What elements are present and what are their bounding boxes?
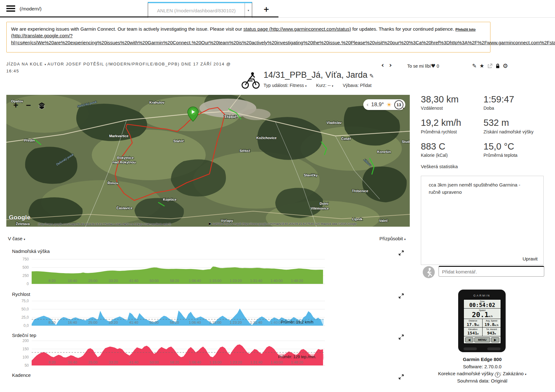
activity-type-dropdown[interactable]: JÍZDA NA KOLE <box>6 62 43 66</box>
new-tab-button[interactable]: + <box>263 5 269 13</box>
prev-activity-icon[interactable]: ‹ <box>381 61 384 69</box>
svg-text:50:00: 50:00 <box>150 321 159 324</box>
activity-title-row: 14/31_PPB_Já, Víťa, Jarda✎ <box>264 70 374 80</box>
edit-pencil-icon[interactable]: ✎ <box>472 63 477 69</box>
expand-icon[interactable] <box>399 374 404 379</box>
activity-title: 14/31_PPB_Já, Víťa, Jarda <box>264 70 367 80</box>
activity-actions: ✎ ★ ⚙ <box>472 62 508 69</box>
svg-text:Průměr: 129 tep./min.: Průměr: 129 tep./min. <box>278 355 316 359</box>
svg-text:41:40: 41:40 <box>129 360 138 364</box>
translate-link[interactable]: Přeložit toto <box>455 28 476 31</box>
elevation-chart-title: Nadmořská výška <box>12 248 50 254</box>
expand-icon[interactable] <box>399 293 404 298</box>
google-logo[interactable]: Google <box>9 214 30 221</box>
chevron-down-icon[interactable]: ▾ <box>332 84 334 88</box>
cycling-icon <box>241 71 260 89</box>
status-page-link[interactable]: status page (http://www.garminconnect.co… <box>243 26 351 32</box>
map-label: Valeč <box>379 219 388 223</box>
chevron-down-icon[interactable]: ▾ <box>305 84 307 88</box>
svg-text:25,0: 25,0 <box>22 315 29 320</box>
map-label: Střítež <box>240 149 250 153</box>
weather-badge[interactable]: 13▾ <box>394 100 403 109</box>
svg-text:41:40: 41:40 <box>129 279 138 283</box>
elevation-chart[interactable]: 02505007508:2016:4025:0033:2041:4050:005… <box>7 257 327 288</box>
svg-text:1:23:20: 1:23:20 <box>230 321 242 324</box>
banner-text: We are experiencing issues with Garmin C… <box>11 26 243 32</box>
heart-icon[interactable]: ♥ <box>431 63 435 69</box>
share-icon[interactable] <box>487 63 493 69</box>
next-activity-icon[interactable]: › <box>389 61 392 69</box>
modern-link[interactable]: (/modern/) <box>20 6 41 11</box>
favorite-star-icon[interactable]: ★ <box>479 63 484 69</box>
map-layers-icon[interactable] <box>38 102 46 109</box>
map-label: Lipník <box>352 217 363 221</box>
map-label: Rokytnice <box>117 156 134 160</box>
map-zoom-out-button[interactable]: − <box>26 101 31 110</box>
help-icon[interactable]: ? <box>495 372 500 377</box>
svg-text:50:00: 50:00 <box>150 360 159 364</box>
tab-dropdown-icon[interactable]: ▾ <box>245 3 252 18</box>
lock-icon[interactable] <box>496 63 500 69</box>
customize-dropdown[interactable]: Přizpůsobit ▾ <box>373 236 406 241</box>
chart-mode-dropdown[interactable]: V čase ▾ <box>8 236 25 241</box>
course-label: Kurz: <box>316 83 327 88</box>
garmin-device-image: GARMIN Time 00:54:02 Speed 20.1m/h Dista… <box>458 290 506 352</box>
map-canvas: OpatovKrahulovTřebíčVladislavMarkvartice… <box>6 95 410 227</box>
chevron-down-icon[interactable]: ▾ <box>525 373 527 376</box>
svg-text:1:40:00: 1:40:00 <box>271 360 283 364</box>
map-label: Třebíč <box>224 114 237 119</box>
course-value[interactable]: -- <box>328 83 331 88</box>
weather-prev-icon[interactable]: ‹ <box>366 101 369 108</box>
map-report-error-link[interactable]: ▶ Nahlásit chybu v mapě (https://www.goo… <box>209 222 357 226</box>
svg-text:0: 0 <box>27 282 29 286</box>
expand-icon[interactable] <box>399 250 404 255</box>
heart-rate-chart[interactable]: 501001502008:2016:4025:0033:2041:4050:00… <box>7 338 327 370</box>
svg-text:16:40: 16:40 <box>68 360 77 364</box>
translate-url-line1[interactable]: (http://translate.google.com/? <box>11 33 72 38</box>
activity-nav: ‹› <box>381 61 397 69</box>
garmin-connect-activity-page: (/modern/) ANLEN (/modern/dashboard/8301… <box>0 0 555 392</box>
gear-add-link[interactable]: Přidat <box>360 83 372 88</box>
svg-text:1:06:40: 1:06:40 <box>189 279 201 283</box>
map-zoom-in-button[interactable]: + <box>13 101 18 110</box>
svg-text:75,0: 75,0 <box>22 299 29 303</box>
svg-text:1:15:00: 1:15:00 <box>209 360 221 364</box>
stat-value: 19,2 km/h <box>421 118 483 128</box>
weather-widget[interactable]: ‹ 18,9° ☀ 13▾ <box>363 99 405 110</box>
likes-label: To se mi líbí <box>407 64 431 69</box>
expand-icon[interactable] <box>399 334 404 340</box>
activity-note-text: cca 3km jsem neměl spuštěného Garmina - … <box>429 181 533 196</box>
speed-chart-title: Rychlost <box>12 291 30 297</box>
device-right-button: ▶ <box>491 337 499 342</box>
svg-text:33:20: 33:20 <box>109 279 118 283</box>
stat-cell: 883 CKalorie (kCal) <box>421 141 483 158</box>
map-label: nad Rokytnou <box>113 160 136 164</box>
stat-cell: 19,2 km/hPrůměrná rychlost <box>421 118 483 134</box>
service-warning-banner: We are experiencing issues with Garmin C… <box>6 22 490 52</box>
likes[interactable]: To se mi líbí♥ 0 <box>407 63 439 69</box>
speed-chart[interactable]: 0,025,050,075,08:2016:4025:0033:2041:405… <box>7 298 327 330</box>
map-attribution-link[interactable]: (http://maps.google.com/maps?ll=49.18313… <box>38 223 171 226</box>
device-screen: Time 00:54:02 Speed 20.1m/h Distance17.9… <box>463 299 501 344</box>
svg-text:1:23:20: 1:23:20 <box>230 279 242 283</box>
tab-title: ANLEN (/modern/dashboard/830102) <box>148 8 245 13</box>
hamburger-menu-icon[interactable] <box>6 5 15 12</box>
comment-input[interactable] <box>439 266 544 277</box>
summary-data-row: Souhrnná data: Originál <box>421 377 544 385</box>
browser-tab[interactable]: ANLEN (/modern/dashboard/830102) ▾ <box>148 2 252 18</box>
svg-text:50,0: 50,0 <box>22 307 29 311</box>
stat-label: Doba <box>483 106 547 111</box>
elevation-correction-row[interactable]: Korekce nadmořské výšky ?: Zakázáno ▾ <box>421 370 544 377</box>
route-map[interactable]: OpatovKrahulovTřebíčVladislavMarkvartice… <box>6 95 410 227</box>
svg-text:200: 200 <box>22 339 29 343</box>
chevron-down-icon[interactable]: ▾ <box>45 63 46 66</box>
translate-url-line2[interactable]: hl=cs#en|cs|We%20are%20experiencing%20is… <box>11 39 555 46</box>
activity-note-box: cca 3km jsem neměl spuštěného Garmina - … <box>421 176 544 265</box>
gear-icon[interactable]: ⚙ <box>503 62 508 69</box>
event-type-value[interactable]: Fitness <box>290 83 304 88</box>
map-label: Číměř <box>341 137 351 141</box>
edit-title-icon[interactable]: ✎ <box>369 73 374 79</box>
sun-icon: ☀ <box>386 101 392 108</box>
edit-note-button[interactable]: Upravit <box>522 256 538 261</box>
all-statistics-link[interactable]: Veškerá statistika <box>421 164 458 169</box>
